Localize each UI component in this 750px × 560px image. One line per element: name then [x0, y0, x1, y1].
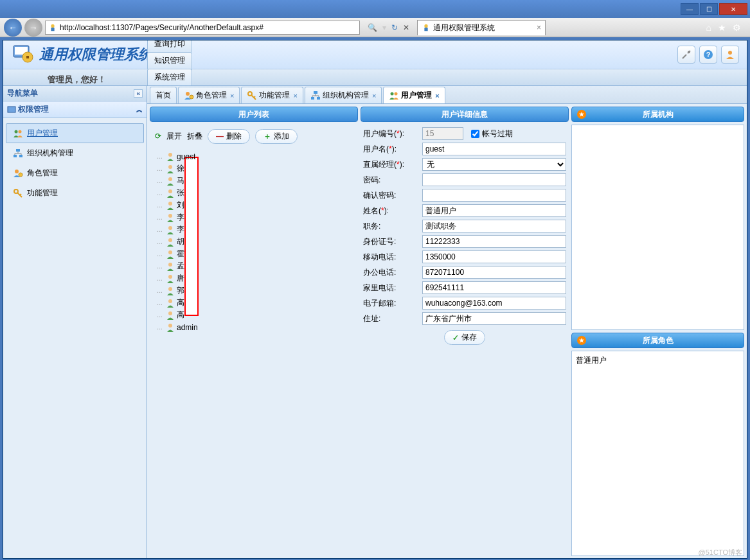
user-button[interactable] — [721, 46, 739, 64]
org-title: ★ 所属机构 — [571, 107, 744, 122]
name-field[interactable] — [422, 204, 566, 217]
delete-button[interactable]: — 删除 — [208, 129, 250, 144]
person-icon — [165, 188, 175, 198]
content-tab-4[interactable]: 用户管理× — [383, 87, 445, 103]
user-tree-item[interactable]: 张 — [155, 187, 353, 199]
svg-point-29 — [168, 153, 172, 157]
favorites-icon[interactable]: ★ — [718, 22, 726, 33]
main-tab-6[interactable]: 系统管理 — [147, 69, 192, 85]
home-field[interactable] — [422, 281, 566, 294]
person-icon — [165, 152, 175, 162]
user-tree-item[interactable]: 徐 — [155, 162, 353, 175]
sidebar-item-key[interactable]: 功能管理 — [6, 183, 144, 203]
tab-close-icon[interactable]: × — [435, 92, 439, 100]
content-tab-0[interactable]: 首页 — [150, 87, 177, 103]
svg-point-31 — [168, 177, 172, 181]
roles-icon — [184, 91, 194, 101]
user-list-title: 用户列表 — [150, 107, 358, 122]
sidebar-collapse-icon[interactable]: « — [134, 89, 143, 98]
watermark: @51CTO博客 — [699, 548, 742, 557]
refresh-tree-icon[interactable]: ⟳ — [155, 132, 161, 141]
svg-rect-7 — [26, 56, 29, 58]
forward-button[interactable]: → — [24, 19, 42, 37]
sidebar-item-org[interactable]: 组织机构管理 — [6, 143, 144, 163]
refresh-icon[interactable]: ↻ — [391, 23, 398, 32]
collapse-button[interactable]: 折叠 — [187, 131, 202, 142]
user-tree-item[interactable]: 李 — [155, 223, 353, 236]
window-titlebar: — ☐ ✕ — [0, 0, 750, 18]
app-header: 通用权限管理系统 ? — [3, 40, 747, 69]
sidebar-section-header[interactable]: 权限管理 ︽ — [3, 101, 147, 118]
expired-checkbox[interactable] — [471, 130, 479, 138]
svg-text:?: ? — [706, 51, 711, 58]
user-tree-item[interactable]: admin — [155, 321, 353, 333]
expand-button[interactable]: 展开 — [166, 131, 182, 142]
user-tree-item[interactable]: 唐 — [155, 272, 353, 284]
add-button[interactable]: ＋ 添加 — [255, 129, 298, 144]
org-icon — [13, 148, 23, 159]
stop-icon[interactable]: ✕ — [403, 23, 409, 32]
user-tree-item[interactable]: guest — [155, 150, 353, 162]
office-field[interactable] — [422, 266, 566, 279]
save-button[interactable]: ✓ 保存 — [444, 330, 485, 345]
close-button[interactable]: ✕ — [719, 3, 747, 15]
user-tree-item[interactable]: 孟 — [155, 260, 353, 272]
idcard-field[interactable] — [422, 235, 566, 248]
user-tree-item[interactable]: 胡 — [155, 236, 353, 248]
tab-close-icon[interactable]: × — [230, 92, 234, 100]
url-input[interactable] — [60, 23, 357, 32]
user-list-panel: ⟳ 展开 折叠 — 删除 ＋ 添加 — [150, 125, 358, 556]
person-icon — [165, 298, 175, 308]
user-tree-item[interactable]: 霍 — [155, 248, 353, 260]
search-icon[interactable]: 🔍 — [368, 23, 377, 32]
sidebar-item-roles[interactable]: 角色管理 — [6, 163, 144, 183]
mobile-field[interactable] — [422, 250, 566, 263]
svg-rect-26 — [317, 97, 320, 100]
svg-point-19 — [19, 173, 22, 177]
help-button[interactable]: ? — [699, 46, 717, 64]
svg-point-18 — [15, 170, 19, 173]
tab-close-icon[interactable]: × — [537, 23, 541, 32]
content-tab-2[interactable]: 功能管理× — [241, 87, 303, 103]
address-field[interactable] — [422, 312, 566, 325]
home-icon[interactable]: ⌂ — [706, 22, 711, 33]
main-tab-5[interactable]: 知识管理 — [147, 52, 192, 69]
browser-tab[interactable]: 通用权限管理系统 × — [417, 20, 546, 35]
content-tab-3[interactable]: 组织机构管理× — [305, 87, 382, 103]
content-area: 首页角色管理×功能管理×组织机构管理×用户管理× 用户列表 ⟳ 展开 折叠 — — [147, 86, 747, 559]
person-icon — [165, 261, 175, 272]
settings-icon[interactable]: ⚙ — [733, 22, 741, 33]
user-tree-item[interactable]: 高 — [155, 309, 353, 321]
confirm-password-field[interactable] — [422, 189, 566, 202]
password-field[interactable] — [422, 173, 566, 186]
sidebar-item-users[interactable]: 用户管理 — [6, 123, 144, 143]
title-field[interactable] — [422, 220, 566, 232]
username-field[interactable] — [422, 143, 566, 155]
manager-select[interactable]: 无 — [422, 158, 566, 171]
content-tab-1[interactable]: 角色管理× — [178, 87, 240, 103]
roles-icon — [13, 168, 23, 179]
user-tree-item[interactable]: 刘 — [155, 199, 353, 211]
user-tree-item[interactable]: 李 — [155, 211, 353, 223]
user-tree-item[interactable]: 马 — [155, 175, 353, 187]
svg-point-42 — [168, 311, 172, 315]
svg-rect-17 — [19, 155, 22, 157]
back-button[interactable]: ← — [4, 19, 22, 37]
user-tree-item[interactable]: 郭 — [155, 284, 353, 297]
tools-button[interactable] — [677, 46, 695, 64]
browser-navbar: ← → 🔍 ▾ ↻ ✕ 通用权限管理系统 × ⌂ ★ ⚙ — [0, 18, 750, 37]
maximize-button[interactable]: ☐ — [700, 3, 718, 15]
user-tree-item[interactable]: 高 — [155, 297, 353, 309]
key-icon — [247, 91, 257, 101]
main-tab-4[interactable]: 查询打印 — [147, 40, 192, 52]
address-bar[interactable] — [45, 21, 360, 35]
email-field[interactable] — [422, 297, 566, 310]
svg-point-14 — [19, 130, 22, 133]
tab-close-icon[interactable]: × — [293, 92, 297, 100]
minimize-button[interactable]: — — [681, 3, 699, 15]
id-field — [422, 127, 463, 140]
users-icon — [13, 128, 23, 139]
person-icon — [165, 249, 175, 259]
chevron-up-icon: ︽ — [136, 105, 143, 114]
tab-close-icon[interactable]: × — [372, 92, 376, 100]
